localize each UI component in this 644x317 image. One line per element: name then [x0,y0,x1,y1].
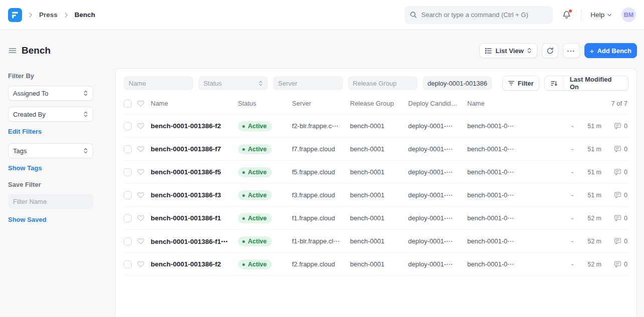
refresh-button[interactable] [542,43,558,58]
name-filter-input[interactable]: Name [124,76,193,90]
row-favorite-button[interactable] [137,260,151,268]
status-label: Active [248,261,267,268]
last-modified-cell: 51 m [576,169,601,176]
status-label: Active [248,146,267,153]
last-modified-cell: 52 m [576,238,601,245]
bench-name[interactable]: bench-0001-001386-f5 [151,168,238,176]
row-checkbox[interactable] [124,214,132,222]
frappe-logo[interactable] [8,8,22,22]
sort-descending-icon [550,80,558,87]
server-cell: f3.frappe.cloud [292,191,350,199]
row-checkbox[interactable] [124,122,132,130]
table-row[interactable]: bench-0001-001386-f1 Active f1.frappe.cl… [124,207,628,230]
bench-name[interactable]: bench-0001-001386-f1 [151,214,238,222]
notifications-button[interactable] [562,10,572,20]
show-saved-link[interactable]: Show Saved [8,216,107,223]
last-modified-cell: 51 m [576,146,601,153]
table-row[interactable]: bench-0001-001386-f7 Active f7.frappe.cl… [124,138,628,161]
global-search[interactable] [405,6,553,24]
last-modified-cell: 52 m [576,215,601,222]
ellipsis-icon: ··· [567,47,575,55]
chevron-down-icon [606,12,612,18]
bench-name[interactable]: bench-0001-001386-f1⋯ [151,237,238,245]
server-cell: f2-blr.frappe.c⋯ [292,122,350,130]
created-by-select[interactable]: Created By [8,107,93,122]
breadcrumb-bench[interactable]: Bench [75,11,95,19]
filter-name-input[interactable] [8,194,93,209]
filter-button-label: Filter [518,80,534,87]
status-dot-icon [242,263,245,266]
show-tags-link[interactable]: Show Tags [8,164,107,172]
help-label: Help [590,11,604,19]
status-filter-select[interactable]: Status [198,76,268,90]
select-all-checkbox[interactable] [124,100,132,108]
row-checkbox[interactable] [124,191,132,199]
table-row[interactable]: bench-0001-001386-f2 Active f2-blr.frapp… [124,115,628,138]
bench-name[interactable]: bench-0001-001386-f7 [151,145,238,153]
sort-control[interactable]: Last Modified On [544,76,628,91]
table-row[interactable]: bench-0001-001386-f1⋯ Active f1-blr.frap… [124,230,628,253]
row-checkbox[interactable] [124,168,132,176]
status-badge: Active [238,144,272,154]
header-status[interactable]: Status [238,100,292,107]
row-favorite-button[interactable] [137,237,151,245]
release-group-cell: bench-0001 [350,168,408,176]
row-favorite-button[interactable] [137,168,151,176]
tags-select[interactable]: Tags [8,143,93,158]
header-name[interactable]: Name [151,100,238,107]
deploy-candidate-filter-input[interactable]: deploy-0001-001386 [423,76,492,90]
comment-icon [614,122,621,130]
comments-cell: 0 [601,191,628,199]
more-options-button[interactable]: ··· [563,43,580,58]
status-badge: Active [238,236,272,246]
row-favorite-button[interactable] [137,214,151,222]
search-input[interactable] [421,11,548,19]
help-menu[interactable]: Help [590,11,612,19]
comment-icon [614,145,621,153]
row-checkbox[interactable] [124,145,132,153]
header-deploy-candidate[interactable]: Deploy Candid… [408,100,467,107]
edit-filters-link[interactable]: Edit Filters [8,128,107,135]
table-row[interactable]: bench-0001-001386-f5 Active f5.frappe.cl… [124,161,628,184]
table-row[interactable]: bench-0001-001386-f3 Active f3.frappe.cl… [124,184,628,207]
header-name2[interactable]: Name [467,100,553,107]
release-group-cell: bench-0001 [350,214,408,222]
view-selector-button[interactable]: List View [479,43,537,58]
filter-button[interactable]: Filter [502,76,539,91]
sidebar-toggle-icon[interactable] [8,46,17,55]
status-dot-icon [242,217,245,220]
server-cell: f2.frappe.cloud [292,260,350,268]
release-group-filter-input[interactable]: Release Group [348,76,418,90]
server-filter-input[interactable]: Server [273,76,343,90]
assignee-cell: - [553,168,576,176]
sort-direction-button[interactable] [545,76,564,90]
sort-field-button[interactable]: Last Modified On [564,76,628,90]
user-avatar[interactable]: BM [621,8,636,22]
row-checkbox[interactable] [124,260,132,268]
deploy-candidate-cell: deploy-0001-⋯ [408,237,467,245]
row-favorite-button[interactable] [137,145,151,153]
bench-list-card: Name Status Server Release Group deploy-… [115,68,637,317]
bench-name[interactable]: bench-0001-001386-f2 [151,122,238,130]
row-checkbox[interactable] [124,237,132,245]
name2-cell: bench-0001-0⋯ [467,214,553,222]
assignee-cell: - [553,237,576,245]
refresh-icon [546,47,554,55]
status-label: Active [248,192,267,199]
release-group-cell: bench-0001 [350,122,408,130]
bench-name[interactable]: bench-0001-001386-f3 [151,191,238,199]
add-bench-button[interactable]: + Add Bench [584,43,637,58]
bench-name[interactable]: bench-0001-001386-f2 [151,260,238,268]
server-cell: f5.frappe.cloud [292,168,350,176]
row-favorite-button[interactable] [137,122,151,130]
row-favorite-button[interactable] [137,191,151,199]
heart-icon [137,168,145,176]
header-release-group[interactable]: Release Group [350,100,408,107]
assigned-to-select[interactable]: Assigned To [8,86,93,101]
table-row[interactable]: bench-0001-001386-f2 Active f2.frappe.cl… [124,253,628,276]
comment-count: 0 [624,169,627,176]
header-server[interactable]: Server [292,100,350,107]
breadcrumb-press[interactable]: Press [39,11,58,19]
deploy-candidate-cell: deploy-0001-⋯ [408,260,467,268]
heart-icon [137,214,145,222]
